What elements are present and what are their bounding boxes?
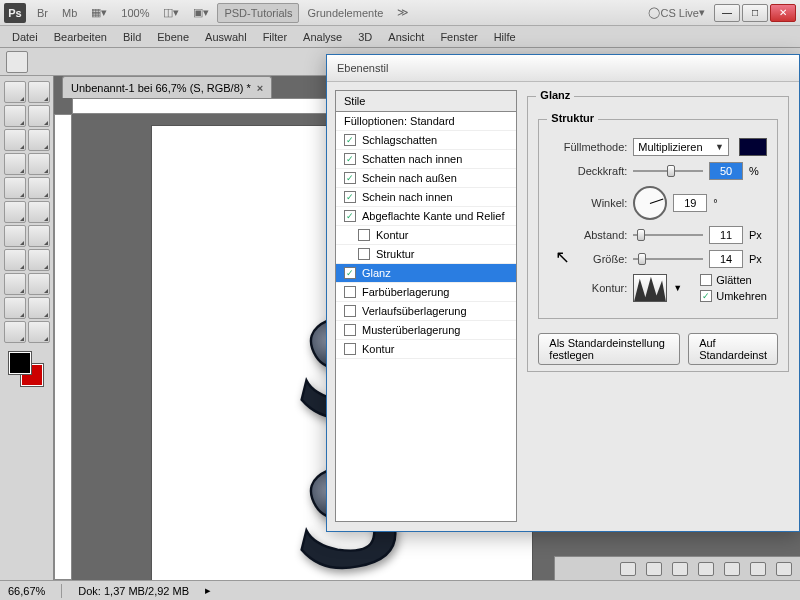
tool-brush[interactable] [28, 153, 50, 175]
checkbox-icon[interactable]: ✓ [344, 153, 356, 165]
tool-lasso[interactable] [4, 105, 26, 127]
checkbox-icon[interactable]: ✓ [344, 210, 356, 222]
styles-header[interactable]: Stile [336, 91, 516, 112]
maximize-button[interactable]: □ [742, 4, 768, 22]
contour-arrow-icon[interactable]: ▼ [673, 283, 682, 293]
arrange-button[interactable]: ◫▾ [157, 3, 185, 23]
angle-input[interactable]: 19 [673, 194, 707, 212]
angle-dial[interactable] [633, 186, 667, 220]
style-item[interactable]: ✓Abgeflachte Kante und Relief [336, 207, 516, 226]
checkbox-icon[interactable] [358, 248, 370, 260]
tool-eyedropper[interactable] [28, 129, 50, 151]
fx-icon[interactable] [646, 562, 662, 576]
workspace-grundelemente[interactable]: Grundelemente [301, 3, 389, 23]
color-swatches[interactable] [9, 352, 45, 388]
tool-gradient[interactable] [28, 201, 50, 223]
menu-auswahl[interactable]: Auswahl [197, 29, 255, 45]
opacity-input[interactable]: 50 [709, 162, 743, 180]
checkbox-icon[interactable] [344, 305, 356, 317]
document-tab[interactable]: Unbenannt-1 bei 66,7% (S, RGB/8) * × [62, 76, 272, 98]
tab-close-icon[interactable]: × [257, 82, 263, 94]
tool-move[interactable] [4, 81, 26, 103]
style-item[interactable]: Verlaufsüberlagerung [336, 302, 516, 321]
distance-input[interactable]: 11 [709, 226, 743, 244]
trash-icon[interactable] [776, 562, 792, 576]
tool-zoom[interactable] [28, 321, 50, 343]
view-extras-button[interactable]: ▦▾ [85, 3, 113, 23]
menu-ebene[interactable]: Ebene [149, 29, 197, 45]
style-item[interactable]: ✓Schein nach innen [336, 188, 516, 207]
menu-3d[interactable]: 3D [350, 29, 380, 45]
menu-analyse[interactable]: Analyse [295, 29, 350, 45]
tool-history[interactable] [28, 177, 50, 199]
move-tool-icon[interactable] [6, 51, 28, 73]
menu-datei[interactable]: Datei [4, 29, 46, 45]
group-icon[interactable] [724, 562, 740, 576]
workspace-more[interactable]: ≫ [391, 3, 415, 23]
contour-picker[interactable] [633, 274, 667, 302]
tool-crop[interactable] [4, 129, 26, 151]
size-slider[interactable] [633, 251, 703, 267]
zoom-level[interactable]: 100% [115, 3, 155, 23]
style-item[interactable]: Kontur [336, 340, 516, 359]
bridge-button[interactable]: Br [31, 3, 54, 23]
style-item[interactable]: ✓Schlagschatten [336, 131, 516, 150]
tool-pen[interactable] [4, 249, 26, 271]
menu-bearbeiten[interactable]: Bearbeiten [46, 29, 115, 45]
status-doc-size[interactable]: Dok: 1,37 MB/2,92 MB [78, 585, 189, 597]
tool-path[interactable] [4, 273, 26, 295]
tool-stamp[interactable] [4, 177, 26, 199]
tool-eraser[interactable] [4, 201, 26, 223]
ruler-vertical[interactable] [54, 114, 72, 580]
color-swatch[interactable] [739, 138, 767, 156]
mask-icon[interactable] [672, 562, 688, 576]
minimize-button[interactable]: — [714, 4, 740, 22]
adjustment-icon[interactable] [698, 562, 714, 576]
checkbox-icon[interactable] [358, 229, 370, 241]
dialog-title-bar[interactable]: Ebenenstil [327, 54, 799, 82]
style-item[interactable]: ✓Schein nach außen [336, 169, 516, 188]
invert-checkbox[interactable]: ✓Umkehren [700, 290, 767, 302]
checkbox-icon[interactable] [344, 343, 356, 355]
status-arrow-icon[interactable]: ▸ [205, 584, 211, 597]
cs-live-button[interactable]: ◯ CS Live ▾ [642, 3, 711, 23]
screen-mode-button[interactable]: ▣▾ [187, 3, 215, 23]
fill-method-select[interactable]: Multiplizieren ▼ [633, 138, 729, 156]
style-item[interactable]: Struktur [336, 245, 516, 264]
tool-marquee[interactable] [28, 81, 50, 103]
tool-3d[interactable] [4, 297, 26, 319]
checkbox-icon[interactable] [344, 286, 356, 298]
workspace-psdtutorials[interactable]: PSD-Tutorials [217, 3, 299, 23]
tool-heal[interactable] [4, 153, 26, 175]
menu-ansicht[interactable]: Ansicht [380, 29, 432, 45]
checkbox-icon[interactable]: ✓ [344, 267, 356, 279]
tool-blur[interactable] [4, 225, 26, 247]
foreground-color[interactable] [9, 352, 31, 374]
tool-hand[interactable] [4, 321, 26, 343]
tool-dodge[interactable] [28, 225, 50, 247]
antialias-checkbox[interactable]: Glätten [700, 274, 767, 286]
tool-3dcam[interactable] [28, 297, 50, 319]
set-default-button[interactable]: Als Standardeinstellung festlegen [538, 333, 680, 365]
distance-slider[interactable] [633, 227, 703, 243]
menu-filter[interactable]: Filter [255, 29, 295, 45]
blend-options-item[interactable]: Fülloptionen: Standard [336, 112, 516, 131]
status-zoom[interactable]: 66,67% [8, 585, 45, 597]
mb-button[interactable]: Mb [56, 3, 83, 23]
style-item[interactable]: Farbüberlagerung [336, 283, 516, 302]
style-item[interactable]: ✓Schatten nach innen [336, 150, 516, 169]
tool-shape[interactable] [28, 273, 50, 295]
tool-type[interactable] [28, 249, 50, 271]
checkbox-icon[interactable] [344, 324, 356, 336]
style-item[interactable]: Kontur [336, 226, 516, 245]
link-icon[interactable] [620, 562, 636, 576]
checkbox-icon[interactable]: ✓ [344, 172, 356, 184]
style-item[interactable]: Musterüberlagerung [336, 321, 516, 340]
close-button[interactable]: ✕ [770, 4, 796, 22]
opacity-slider[interactable] [633, 163, 703, 179]
menu-fenster[interactable]: Fenster [432, 29, 485, 45]
checkbox-icon[interactable]: ✓ [344, 134, 356, 146]
size-input[interactable]: 14 [709, 250, 743, 268]
menu-bild[interactable]: Bild [115, 29, 149, 45]
checkbox-icon[interactable]: ✓ [344, 191, 356, 203]
